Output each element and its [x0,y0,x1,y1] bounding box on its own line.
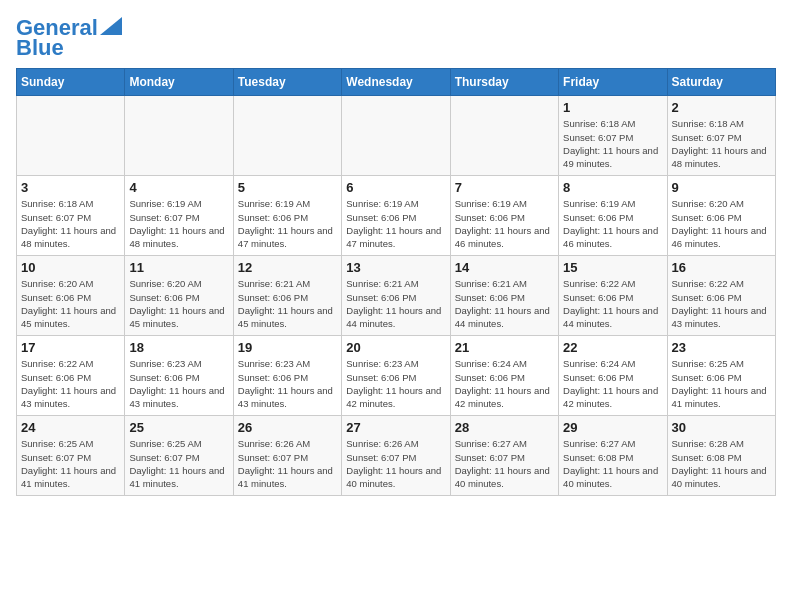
day-number: 9 [672,180,771,195]
day-cell: 29Sunrise: 6:27 AM Sunset: 6:08 PM Dayli… [559,416,667,496]
day-number: 23 [672,340,771,355]
day-info: Sunrise: 6:23 AM Sunset: 6:06 PM Dayligh… [129,357,228,410]
day-cell: 28Sunrise: 6:27 AM Sunset: 6:07 PM Dayli… [450,416,558,496]
day-cell: 30Sunrise: 6:28 AM Sunset: 6:08 PM Dayli… [667,416,775,496]
day-info: Sunrise: 6:19 AM Sunset: 6:06 PM Dayligh… [238,197,337,250]
day-info: Sunrise: 6:22 AM Sunset: 6:06 PM Dayligh… [672,277,771,330]
day-cell: 12Sunrise: 6:21 AM Sunset: 6:06 PM Dayli… [233,256,341,336]
day-cell: 1Sunrise: 6:18 AM Sunset: 6:07 PM Daylig… [559,96,667,176]
day-cell: 27Sunrise: 6:26 AM Sunset: 6:07 PM Dayli… [342,416,450,496]
day-info: Sunrise: 6:20 AM Sunset: 6:06 PM Dayligh… [21,277,120,330]
header-cell-friday: Friday [559,69,667,96]
day-cell: 20Sunrise: 6:23 AM Sunset: 6:06 PM Dayli… [342,336,450,416]
day-number: 1 [563,100,662,115]
day-info: Sunrise: 6:28 AM Sunset: 6:08 PM Dayligh… [672,437,771,490]
day-cell: 16Sunrise: 6:22 AM Sunset: 6:06 PM Dayli… [667,256,775,336]
week-row-0: 1Sunrise: 6:18 AM Sunset: 6:07 PM Daylig… [17,96,776,176]
logo: General Blue [16,16,122,60]
day-cell: 15Sunrise: 6:22 AM Sunset: 6:06 PM Dayli… [559,256,667,336]
day-number: 26 [238,420,337,435]
day-cell: 19Sunrise: 6:23 AM Sunset: 6:06 PM Dayli… [233,336,341,416]
day-info: Sunrise: 6:21 AM Sunset: 6:06 PM Dayligh… [346,277,445,330]
day-info: Sunrise: 6:23 AM Sunset: 6:06 PM Dayligh… [238,357,337,410]
day-info: Sunrise: 6:19 AM Sunset: 6:06 PM Dayligh… [455,197,554,250]
day-cell: 4Sunrise: 6:19 AM Sunset: 6:07 PM Daylig… [125,176,233,256]
day-cell: 18Sunrise: 6:23 AM Sunset: 6:06 PM Dayli… [125,336,233,416]
day-info: Sunrise: 6:26 AM Sunset: 6:07 PM Dayligh… [346,437,445,490]
week-row-1: 3Sunrise: 6:18 AM Sunset: 6:07 PM Daylig… [17,176,776,256]
day-cell [450,96,558,176]
header-cell-saturday: Saturday [667,69,775,96]
day-cell: 26Sunrise: 6:26 AM Sunset: 6:07 PM Dayli… [233,416,341,496]
day-cell: 21Sunrise: 6:24 AM Sunset: 6:06 PM Dayli… [450,336,558,416]
day-number: 13 [346,260,445,275]
day-cell: 7Sunrise: 6:19 AM Sunset: 6:06 PM Daylig… [450,176,558,256]
header-cell-sunday: Sunday [17,69,125,96]
day-info: Sunrise: 6:26 AM Sunset: 6:07 PM Dayligh… [238,437,337,490]
calendar-table: SundayMondayTuesdayWednesdayThursdayFrid… [16,68,776,496]
day-cell: 10Sunrise: 6:20 AM Sunset: 6:06 PM Dayli… [17,256,125,336]
day-cell [342,96,450,176]
week-row-3: 17Sunrise: 6:22 AM Sunset: 6:06 PM Dayli… [17,336,776,416]
day-cell: 2Sunrise: 6:18 AM Sunset: 6:07 PM Daylig… [667,96,775,176]
calendar-header: SundayMondayTuesdayWednesdayThursdayFrid… [17,69,776,96]
day-info: Sunrise: 6:21 AM Sunset: 6:06 PM Dayligh… [238,277,337,330]
day-info: Sunrise: 6:18 AM Sunset: 6:07 PM Dayligh… [21,197,120,250]
day-cell: 17Sunrise: 6:22 AM Sunset: 6:06 PM Dayli… [17,336,125,416]
day-number: 22 [563,340,662,355]
day-number: 16 [672,260,771,275]
day-number: 18 [129,340,228,355]
day-cell: 5Sunrise: 6:19 AM Sunset: 6:06 PM Daylig… [233,176,341,256]
day-info: Sunrise: 6:19 AM Sunset: 6:07 PM Dayligh… [129,197,228,250]
day-cell: 13Sunrise: 6:21 AM Sunset: 6:06 PM Dayli… [342,256,450,336]
day-number: 6 [346,180,445,195]
day-info: Sunrise: 6:20 AM Sunset: 6:06 PM Dayligh… [129,277,228,330]
day-number: 29 [563,420,662,435]
day-info: Sunrise: 6:18 AM Sunset: 6:07 PM Dayligh… [563,117,662,170]
header-cell-wednesday: Wednesday [342,69,450,96]
day-number: 20 [346,340,445,355]
day-number: 4 [129,180,228,195]
header-cell-monday: Monday [125,69,233,96]
day-cell [125,96,233,176]
day-info: Sunrise: 6:20 AM Sunset: 6:06 PM Dayligh… [672,197,771,250]
logo-arrow-icon [100,17,122,35]
day-cell: 11Sunrise: 6:20 AM Sunset: 6:06 PM Dayli… [125,256,233,336]
day-info: Sunrise: 6:24 AM Sunset: 6:06 PM Dayligh… [455,357,554,410]
day-info: Sunrise: 6:18 AM Sunset: 6:07 PM Dayligh… [672,117,771,170]
day-number: 24 [21,420,120,435]
day-cell [233,96,341,176]
day-info: Sunrise: 6:22 AM Sunset: 6:06 PM Dayligh… [563,277,662,330]
day-number: 10 [21,260,120,275]
page-header: General Blue [16,16,776,60]
day-info: Sunrise: 6:27 AM Sunset: 6:07 PM Dayligh… [455,437,554,490]
day-info: Sunrise: 6:22 AM Sunset: 6:06 PM Dayligh… [21,357,120,410]
day-cell: 24Sunrise: 6:25 AM Sunset: 6:07 PM Dayli… [17,416,125,496]
logo-text-blue: Blue [16,36,64,60]
day-number: 7 [455,180,554,195]
day-info: Sunrise: 6:19 AM Sunset: 6:06 PM Dayligh… [346,197,445,250]
header-cell-tuesday: Tuesday [233,69,341,96]
day-number: 17 [21,340,120,355]
day-info: Sunrise: 6:27 AM Sunset: 6:08 PM Dayligh… [563,437,662,490]
day-info: Sunrise: 6:25 AM Sunset: 6:07 PM Dayligh… [21,437,120,490]
day-number: 8 [563,180,662,195]
week-row-4: 24Sunrise: 6:25 AM Sunset: 6:07 PM Dayli… [17,416,776,496]
day-number: 12 [238,260,337,275]
calendar-body: 1Sunrise: 6:18 AM Sunset: 6:07 PM Daylig… [17,96,776,496]
day-number: 25 [129,420,228,435]
header-row: SundayMondayTuesdayWednesdayThursdayFrid… [17,69,776,96]
day-cell: 14Sunrise: 6:21 AM Sunset: 6:06 PM Dayli… [450,256,558,336]
week-row-2: 10Sunrise: 6:20 AM Sunset: 6:06 PM Dayli… [17,256,776,336]
day-info: Sunrise: 6:24 AM Sunset: 6:06 PM Dayligh… [563,357,662,410]
day-number: 14 [455,260,554,275]
day-cell: 8Sunrise: 6:19 AM Sunset: 6:06 PM Daylig… [559,176,667,256]
day-info: Sunrise: 6:19 AM Sunset: 6:06 PM Dayligh… [563,197,662,250]
day-number: 28 [455,420,554,435]
day-info: Sunrise: 6:21 AM Sunset: 6:06 PM Dayligh… [455,277,554,330]
day-cell: 23Sunrise: 6:25 AM Sunset: 6:06 PM Dayli… [667,336,775,416]
day-number: 27 [346,420,445,435]
day-number: 30 [672,420,771,435]
day-number: 3 [21,180,120,195]
day-number: 2 [672,100,771,115]
